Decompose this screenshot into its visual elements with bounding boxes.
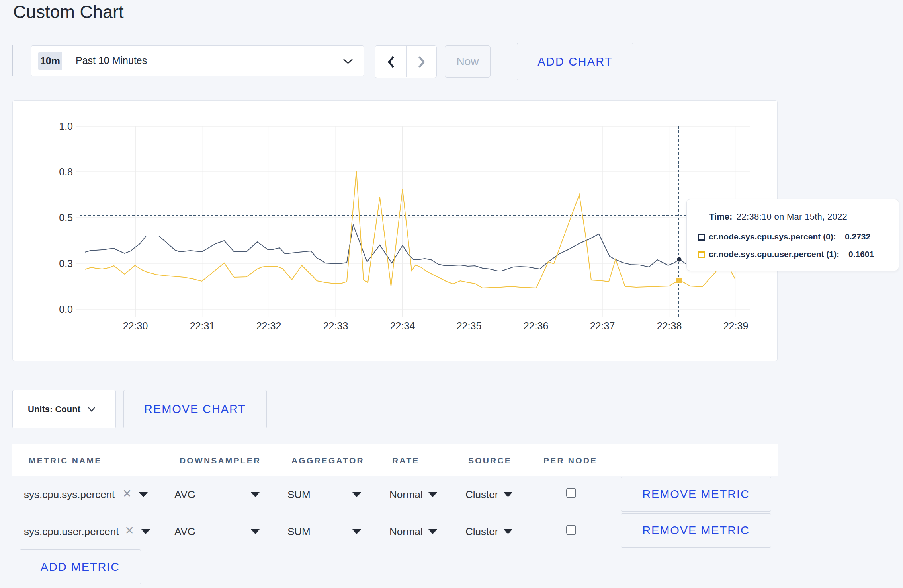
svg-text:22:35: 22:35 xyxy=(457,320,482,331)
svg-text:22:33: 22:33 xyxy=(323,320,348,331)
svg-text:22:30: 22:30 xyxy=(123,320,148,331)
svg-text:0.8: 0.8 xyxy=(59,166,73,177)
svg-text:22:37: 22:37 xyxy=(590,320,615,331)
svg-text:1.0: 1.0 xyxy=(59,121,73,132)
svg-text:0.0: 0.0 xyxy=(59,304,73,315)
svg-text:22:36: 22:36 xyxy=(524,320,549,331)
svg-text:22:38: 22:38 xyxy=(657,320,682,331)
svg-text:22:39: 22:39 xyxy=(723,320,749,331)
svg-text:0.5: 0.5 xyxy=(59,212,73,223)
svg-text:22:34: 22:34 xyxy=(390,320,415,331)
svg-text:0.3: 0.3 xyxy=(59,258,73,269)
svg-text:22:32: 22:32 xyxy=(256,320,281,331)
svg-text:22:31: 22:31 xyxy=(190,320,215,331)
